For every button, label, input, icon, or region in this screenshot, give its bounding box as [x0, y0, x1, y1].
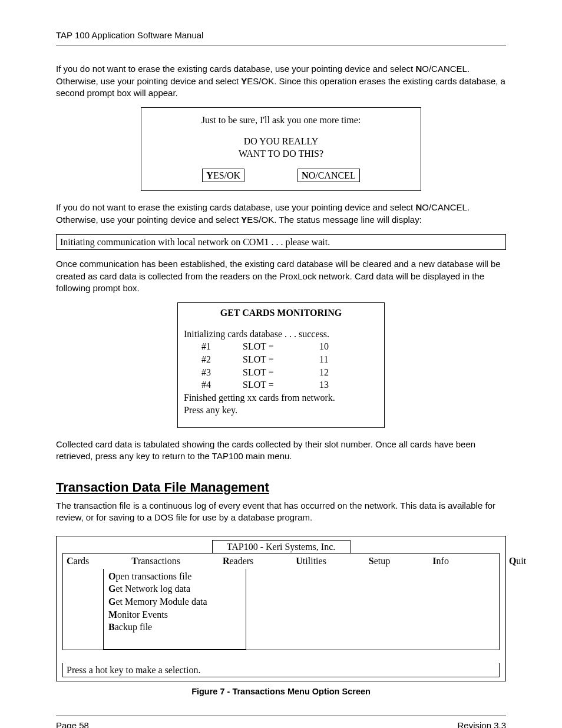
paragraph-2: If you do not want to erase the existing… — [56, 202, 506, 226]
menu-bar: Cards Transactions Readers Utilities Set… — [63, 554, 499, 569]
paragraph-4: Collected card data is tabulated showing… — [56, 439, 506, 463]
monitor-row: #2SLOT =11 — [201, 353, 378, 366]
menu-item-get-network[interactable]: Get Network log data — [108, 582, 241, 595]
monitor-row: #3SLOT =12 — [201, 366, 378, 379]
app-status-line: Press a hot key to make a selection. — [62, 663, 500, 678]
monitor-title: GET CARDS MONITORING — [184, 307, 378, 319]
transactions-dropdown: Open transactions file Get Network log d… — [103, 569, 246, 650]
menu-item-backup[interactable]: Backup file — [108, 621, 241, 634]
figure-caption: Figure 7 - Transactions Menu Option Scre… — [56, 686, 506, 698]
dialog-line3: WANT TO DO THIS? — [148, 147, 414, 160]
menu-setup[interactable]: Setup — [369, 555, 411, 568]
section-heading: Transaction Data File Management — [56, 479, 506, 496]
footer-left: Page 58 — [56, 720, 89, 728]
page-header: TAP 100 Application Software Manual — [56, 29, 506, 41]
yes-button[interactable]: YES/OK — [202, 169, 244, 183]
footer-right: Revision 3.3 — [457, 720, 506, 728]
menu-frame: Cards Transactions Readers Utilities Set… — [62, 553, 500, 650]
no-button[interactable]: NO/CANCEL — [297, 169, 360, 183]
menu-item-monitor[interactable]: Monitor Events — [108, 608, 241, 621]
monitor-row: #4SLOT =13 — [201, 378, 378, 391]
paragraph-3: Once communication has been established,… — [56, 258, 506, 294]
dialog-line2: DO YOU REALLY — [148, 135, 414, 148]
status-line: Initiating communication with local netw… — [56, 234, 506, 251]
menu-info[interactable]: Info — [432, 555, 470, 568]
monitor-press: Press any key. — [184, 404, 378, 417]
menu-item-open[interactable]: Open transactions file — [108, 570, 241, 583]
menu-cards[interactable]: Cards — [67, 555, 110, 568]
monitor-init: Initializing cards database . . . succes… — [184, 328, 378, 341]
menu-item-get-memory[interactable]: Get Memory Module data — [108, 595, 241, 608]
app-window: TAP100 - Keri Systems, Inc. Cards Transa… — [56, 536, 506, 682]
menu-readers[interactable]: Readers — [223, 555, 275, 568]
paragraph-1: If you do not want to erase the existing… — [56, 63, 506, 99]
monitor-row: #1SLOT =10 — [201, 340, 378, 353]
menu-transactions[interactable]: Transactions — [131, 555, 201, 568]
page-footer: Page 58 Revision 3.3 — [56, 720, 506, 728]
menu-utilities[interactable]: Utilities — [296, 555, 348, 568]
confirm-dialog: Just to be sure, I'll ask you one more t… — [141, 107, 421, 191]
dialog-line1: Just to be sure, I'll ask you one more t… — [148, 114, 414, 127]
monitor-box: GET CARDS MONITORING Initializing cards … — [177, 302, 385, 428]
app-title: TAP100 - Keri Systems, Inc. — [212, 540, 351, 554]
header-rule — [56, 45, 506, 45]
footer-rule — [56, 716, 506, 716]
menu-quit[interactable]: Quit — [509, 555, 547, 568]
paragraph-5: The transaction file is a continuous log… — [56, 500, 506, 524]
monitor-finished: Finished getting xx cards from network. — [184, 391, 378, 404]
